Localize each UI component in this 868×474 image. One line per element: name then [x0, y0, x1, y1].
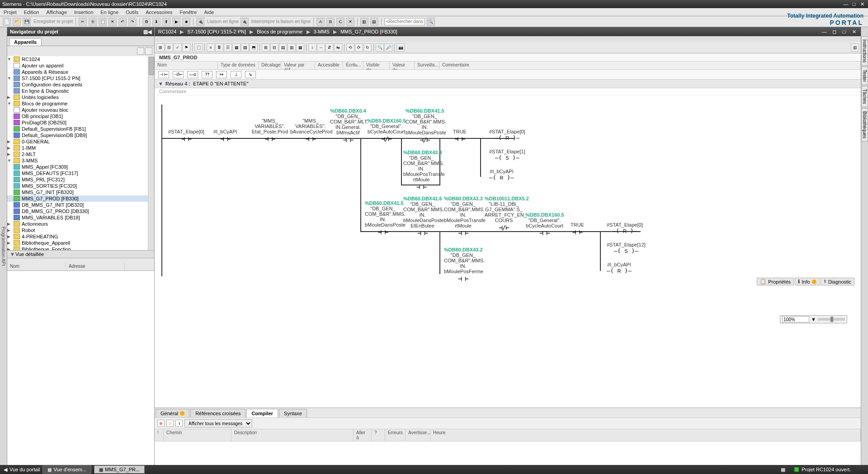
go-offline-icon[interactable]: 🔌 [241, 18, 249, 26]
tab-references[interactable]: Références croisées [190, 409, 245, 417]
tb-c-icon[interactable]: C [336, 18, 344, 26]
edtb-18-icon[interactable]: ↔ [317, 43, 325, 52]
tree-item[interactable]: OB principal [OB1] [7, 113, 154, 119]
tree-item[interactable]: ▼S7-1500 [CPU 1515-2 PN] [7, 75, 154, 81]
tree-item[interactable]: Ajouter un appareil [7, 62, 154, 69]
tree-item[interactable]: MMS_Appel [FC309] [7, 164, 154, 170]
edtb-19-icon[interactable]: ⇵ [326, 43, 334, 52]
edtb-13-icon[interactable]: ⊟ [270, 43, 278, 52]
msg-warn-icon[interactable]: ⚠ [166, 420, 174, 427]
tree-item[interactable]: Appareils & Réseaux [7, 69, 154, 75]
simulate-icon[interactable]: ▶ [172, 18, 180, 26]
tab-proprietes[interactable]: 📋Propriétés [757, 278, 794, 285]
tree-item[interactable]: ▶Robot [7, 227, 154, 233]
sym-close[interactable]: ↳ [245, 71, 256, 78]
sym-coil[interactable]: —o [187, 71, 198, 78]
tree-item[interactable]: ▶4-PREHEATING [7, 233, 154, 240]
task-overview[interactable]: ▦ Vue d'ensem... [42, 465, 91, 474]
delete-icon[interactable]: ✕ [108, 18, 117, 26]
save-icon[interactable]: 💾 [23, 18, 31, 26]
dock-biblio[interactable]: Bibliothèques [861, 108, 868, 142]
maximize-icon[interactable]: □ [850, 1, 858, 7]
redo-icon[interactable]: ↷ [128, 18, 137, 26]
search-input[interactable] [384, 18, 425, 25]
nav-collapse-icon[interactable]: ◀ [148, 29, 151, 35]
edtb-right-icon[interactable]: ▥ [851, 43, 859, 52]
tree-item[interactable]: ▶Unités logicielles [7, 94, 154, 100]
compile-icon[interactable]: ⚙ [142, 18, 151, 26]
msg-err-icon[interactable]: ⊗ [157, 420, 165, 427]
portal-view-button[interactable]: ◀ Vue du portail [4, 467, 40, 473]
tree-item[interactable]: MMS_G7_PROD [FB330] [7, 195, 154, 202]
tab-appareils[interactable]: Appareils [9, 38, 42, 46]
cut-icon[interactable]: ✂ [79, 18, 87, 26]
close-icon[interactable]: ✕ [859, 1, 866, 7]
menu-affichage[interactable]: Affichage [46, 9, 67, 15]
task-editor[interactable]: ▦ MMS_G7_PR... [94, 465, 145, 474]
tab-syntaxe[interactable]: Syntaxe [279, 409, 307, 417]
open-project-icon[interactable]: 📂 [13, 18, 21, 26]
edtb-20-icon[interactable]: ⇆ [334, 43, 342, 52]
undo-icon[interactable]: ↶ [118, 18, 127, 26]
tree-item[interactable]: ▶Actionneurs [7, 221, 154, 227]
edtb-2-icon[interactable]: ⊟ [165, 43, 173, 52]
edtb-5-icon[interactable]: 📋 [194, 43, 203, 52]
paste-icon[interactable]: 📋 [99, 18, 107, 26]
menu-accessoires[interactable]: Accessoires [146, 9, 172, 15]
tree-item[interactable]: ▼Blocs de programme [7, 100, 154, 107]
menu-insertion[interactable]: Insertion [74, 9, 93, 15]
nav-tool1-icon[interactable] [137, 47, 144, 55]
menu-fenetre[interactable]: Fenêtre [179, 9, 197, 15]
split-h-icon[interactable]: ▥ [360, 18, 368, 26]
tb-cancel-icon[interactable]: ✕ [346, 18, 354, 26]
tree-item[interactable]: ▶Bibliotheque_Fonction [7, 246, 154, 250]
edtb-11-icon[interactable]: ⬒ [250, 43, 258, 52]
dock-instructions[interactable]: Instructions [861, 36, 868, 66]
edtb-24-icon[interactable]: 🔍 [376, 43, 384, 52]
status-icon1[interactable]: ▦ [781, 467, 785, 473]
nav-tool2-icon[interactable] [145, 47, 152, 55]
edtb-3-icon[interactable]: ✓ [174, 43, 182, 52]
copy-icon[interactable]: ⎘ [89, 18, 97, 26]
tree-item[interactable]: ▼3-MMS [7, 157, 154, 164]
new-project-icon[interactable]: 📄 [3, 18, 11, 26]
go-online-icon[interactable]: 🔌 [196, 18, 204, 26]
ed-min-icon[interactable]: — [821, 28, 827, 35]
edtb-25-icon[interactable]: 🔎 [384, 43, 392, 52]
tree-item[interactable]: Ajouter nouveau bloc [7, 107, 154, 113]
tree-item[interactable]: MMS_DEFAUTS [FC317] [7, 170, 154, 176]
tree-item[interactable]: MMS_PRL [FC312] [7, 176, 154, 183]
menu-edition[interactable]: Edition [24, 9, 39, 15]
tb-a-icon[interactable]: A [316, 18, 325, 26]
menu-projet[interactable]: Projet [4, 9, 17, 15]
tb-b-icon[interactable]: B [326, 18, 335, 26]
sym-nc-contact[interactable]: ⊣/⊢ [173, 71, 184, 78]
ed-max-icon[interactable]: □ [841, 28, 847, 35]
tab-general[interactable]: Général [156, 409, 189, 417]
tab-info[interactable]: ℹInfo [795, 278, 819, 285]
tab-diagnostic[interactable]: ⚕Diagnostic [821, 278, 854, 285]
edtb-8-icon[interactable]: ☰ [224, 43, 232, 52]
sym-branch[interactable]: ↦ [216, 71, 227, 78]
edtb-6-icon[interactable]: ≡ [207, 43, 215, 52]
edtb-21-icon[interactable]: ⟲ [346, 43, 354, 52]
tree-item[interactable]: ▶Bibliotheque_Appareil [7, 240, 154, 246]
edtb-10-icon[interactable]: ▧ [241, 43, 249, 52]
msg-filter-select[interactable]: Afficher tous les messages [184, 419, 252, 427]
dock-taches[interactable]: Tâches [861, 86, 868, 107]
edtb-23-icon[interactable]: ↻ [363, 43, 372, 52]
tree-item[interactable]: Configuration des appareils [7, 81, 154, 88]
tree-item[interactable]: MMS_G7_INIT [FB320] [7, 189, 154, 195]
menu-enligne[interactable]: En ligne [100, 9, 118, 15]
zoom-control[interactable]: ▼ [780, 315, 847, 323]
msg-info-icon[interactable]: ℹ [175, 420, 183, 427]
sym-open[interactable]: ⊥ [231, 71, 241, 78]
sym-no-contact[interactable]: ⊣ ⊢ [158, 71, 169, 78]
left-dock-tab[interactable]: Programmation API [0, 27, 7, 465]
edtb-26-icon[interactable]: 📷 [396, 43, 405, 52]
upload-icon[interactable]: ⬆ [162, 18, 170, 26]
nav-pin-icon[interactable]: ▥ [143, 29, 148, 35]
ladder-diagram[interactable]: #STAT_Etape[0]⊣ ⊢ #I_bCyAPI⊣ ⊢ "MMS_ VAR… [155, 95, 861, 285]
tree-item[interactable]: Default_SupervisionFB [FB1] [7, 126, 154, 132]
tree-item[interactable]: DB_MMS_G7_PROD [DB330] [7, 208, 154, 214]
